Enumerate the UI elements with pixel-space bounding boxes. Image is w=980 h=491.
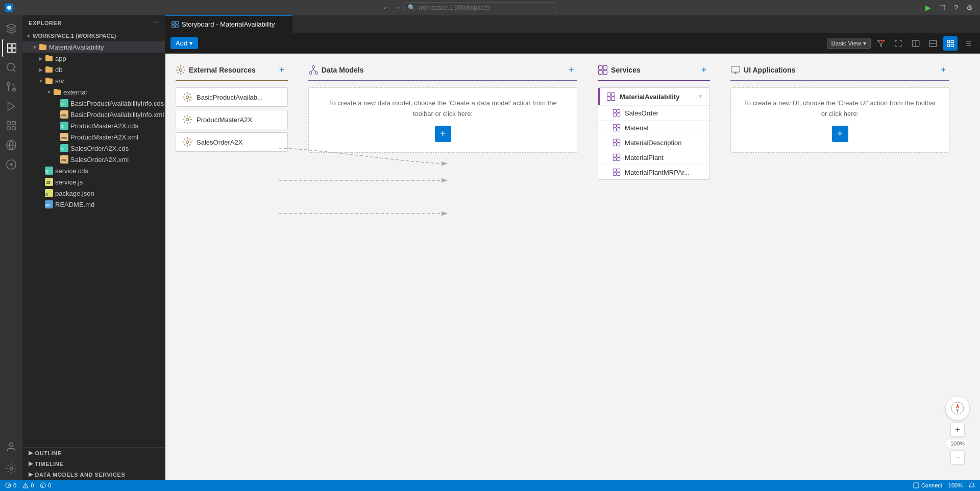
status-info[interactable]: i 0 (40, 482, 51, 488)
service-item-material-plant-mrp-icon (612, 168, 621, 176)
external-resources-add-button[interactable]: + (276, 64, 288, 76)
tab-bar: Storyboard - MaterialAvailability × (165, 15, 980, 33)
db-folder-icon (45, 65, 53, 74)
activity-account[interactable] (2, 438, 20, 456)
timeline-arrow: ▶ (29, 460, 33, 467)
help-button[interactable]: ? (952, 3, 960, 13)
basic-product-label: BasicProductAvailab... (197, 93, 263, 101)
service-item-material-icon (612, 124, 621, 132)
run-button[interactable]: ▶ (923, 3, 933, 13)
file-product-master-xml[interactable]: XML ProductMasterA2X.xml (22, 131, 165, 143)
status-warnings[interactable]: ! 0 (22, 482, 34, 488)
new-file-icon[interactable]: ⋯ (153, 19, 159, 26)
file-basic-product-cds[interactable]: C BasicProductAvailabilityInfo.cds (22, 98, 165, 109)
zoom-in-button[interactable]: + (950, 423, 965, 437)
file-basic-product-xml[interactable]: XML BasicProductAvailabilityInfo.xml (22, 109, 165, 120)
basic-product-card[interactable]: BasicProductAvailab... (176, 87, 288, 107)
add-button[interactable]: Add ▾ (170, 37, 198, 49)
file-service-js[interactable]: JS service.js (22, 176, 165, 188)
activity-explorer[interactable] (2, 39, 20, 57)
file-sales-order-xml[interactable]: XML SalesOrderA2X.xml (22, 154, 165, 165)
service-item-material-plant-icon (612, 153, 621, 161)
file-readme-label: README.md (55, 201, 94, 208)
activity-logo[interactable] (2, 19, 20, 38)
folder-db[interactable]: ▶ db (22, 64, 165, 75)
status-notifications[interactable] (969, 482, 975, 488)
timeline-section[interactable]: ▶ TIMELINE (22, 458, 165, 469)
svg-rect-43 (951, 44, 953, 46)
svg-rect-63 (611, 93, 615, 97)
workspace-root[interactable]: ▼ WORKSPACE.1 (WORKSPACE) (22, 30, 165, 41)
back-button[interactable]: ← (381, 2, 392, 13)
file-readme[interactable]: MD README.md (22, 199, 165, 210)
folder-srv[interactable]: ▼ srv (22, 75, 165, 86)
search-input[interactable] (419, 4, 552, 11)
service-item-material-plant-mrp[interactable]: MaterialPlantMRPAr... (598, 165, 709, 179)
settings-cog-button[interactable]: ⚙ (964, 3, 975, 13)
data-models-section[interactable]: ▶ DATA MODELS AND SERVICES (22, 469, 165, 480)
status-connect[interactable]: Connect (913, 482, 942, 488)
activity-source-control[interactable] (2, 78, 20, 96)
split-horizontal-button[interactable] (909, 36, 923, 51)
product-master-card[interactable]: ProductMasterA2X (176, 110, 288, 129)
file-sales-order-cds[interactable]: C SalesOrderA2X.cds (22, 143, 165, 154)
cds-icon-1: C (60, 99, 68, 107)
search-bar[interactable]: 🔍 (403, 2, 556, 13)
services-icon (598, 65, 608, 75)
outline-section[interactable]: ▶ OUTLINE (22, 448, 165, 458)
activity-search[interactable] (2, 58, 20, 77)
activity-extensions[interactable] (2, 116, 20, 135)
compass-control[interactable] (945, 396, 970, 420)
sales-order-card[interactable]: SalesOrderA2X (176, 132, 288, 152)
json-icon: {} (45, 189, 53, 197)
activity-hana[interactable] (2, 155, 20, 174)
material-availability-label: MaterialAvailability (49, 43, 104, 51)
status-zoom[interactable]: 100% (948, 482, 963, 488)
view-select[interactable]: Basic View ▾ (827, 38, 871, 49)
status-errors[interactable]: ✕ 0 (5, 482, 16, 488)
data-models-create-button[interactable]: + (435, 126, 451, 142)
folder-external[interactable]: ▼ external (22, 86, 165, 98)
external-resources-header: External Resources + (176, 64, 288, 81)
ui-apps-create-button[interactable]: + (832, 126, 848, 142)
ui-apps-header: UI Applications + (730, 64, 949, 81)
file-service-cds[interactable]: C service.cds (22, 165, 165, 176)
fit-screen-button[interactable] (891, 36, 905, 51)
zoom-out-button[interactable]: − (950, 450, 965, 464)
product-master-label: ProductMasterA2X (197, 116, 252, 124)
file-product-master-cds[interactable]: C ProductMasterA2X.cds (22, 120, 165, 131)
ui-apps-title: UI Applications (744, 66, 934, 74)
file-package-json-label: package.json (55, 190, 94, 197)
service-group-header[interactable]: MaterialAvailability ▼ (598, 88, 709, 105)
service-item-material[interactable]: Material (598, 120, 709, 135)
svg-text:MD: MD (45, 204, 51, 207)
service-item-sales-order[interactable]: SalesOrder (598, 105, 709, 120)
data-models-add-button[interactable]: + (565, 64, 577, 76)
status-zoom-label: 100% (948, 482, 963, 488)
split-vertical-button[interactable] (926, 36, 940, 51)
activity-run[interactable] (2, 97, 20, 115)
activity-settings[interactable] (2, 459, 20, 478)
svg-rect-85 (617, 173, 620, 176)
service-item-material-description[interactable]: MaterialDescription (598, 135, 709, 150)
storyboard-tab-icon (172, 21, 179, 28)
grid-view-button[interactable] (943, 36, 958, 51)
activity-remote[interactable] (2, 136, 20, 154)
storyboard-tab[interactable]: Storyboard - MaterialAvailability × (165, 15, 293, 33)
folder-material-availability[interactable]: ▼ MaterialAvailability (22, 41, 165, 53)
filter-button[interactable]: ● (874, 36, 888, 51)
window-minimize-button[interactable]: ☐ (937, 3, 948, 13)
services-add-button[interactable]: + (698, 64, 710, 76)
file-package-json[interactable]: {} package.json (22, 188, 165, 199)
list-view-button[interactable] (961, 36, 975, 51)
svg-rect-69 (617, 113, 620, 116)
service-item-material-plant[interactable]: MaterialPlant (598, 150, 709, 165)
forward-button[interactable]: → (392, 2, 403, 13)
folder-app[interactable]: ▶ app (22, 53, 165, 64)
notifications-icon (969, 482, 975, 488)
file-sales-order-xml-label: SalesOrderA2X.xml (70, 156, 129, 163)
svg-rect-86 (731, 66, 740, 73)
svg-rect-71 (617, 124, 620, 127)
ui-apps-add-button[interactable]: + (937, 64, 949, 76)
service-group-expand-icon: ▼ (697, 93, 703, 100)
